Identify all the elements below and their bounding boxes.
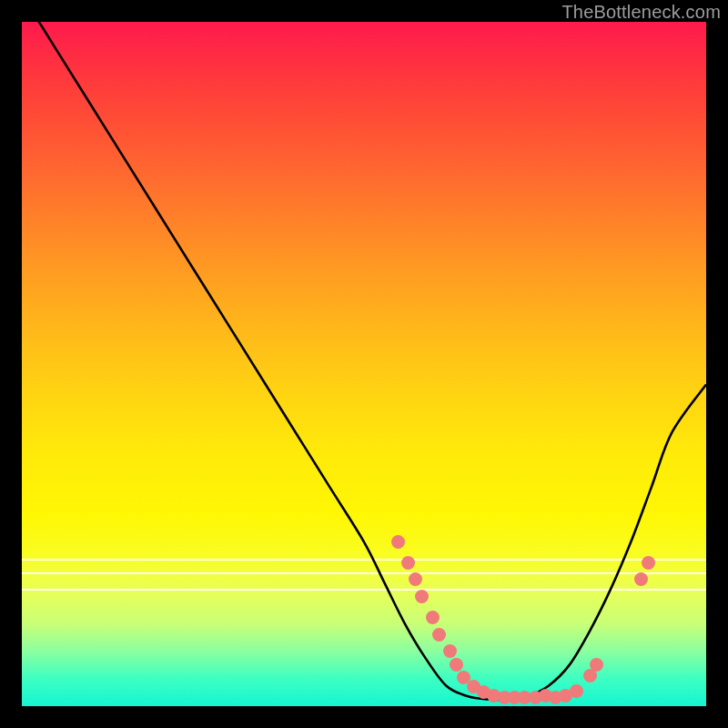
plot-area bbox=[22, 22, 706, 706]
data-marker bbox=[426, 611, 440, 624]
data-marker bbox=[401, 556, 415, 570]
chart-root: TheBottleneck.com bbox=[0, 0, 728, 728]
data-marker bbox=[570, 684, 583, 698]
data-marker bbox=[642, 556, 655, 570]
data-marker bbox=[443, 644, 457, 658]
watermark-text: TheBottleneck.com bbox=[561, 2, 721, 23]
bottleneck-curve-line bbox=[22, 22, 706, 700]
data-marker bbox=[432, 628, 446, 642]
curve-svg bbox=[22, 22, 706, 706]
